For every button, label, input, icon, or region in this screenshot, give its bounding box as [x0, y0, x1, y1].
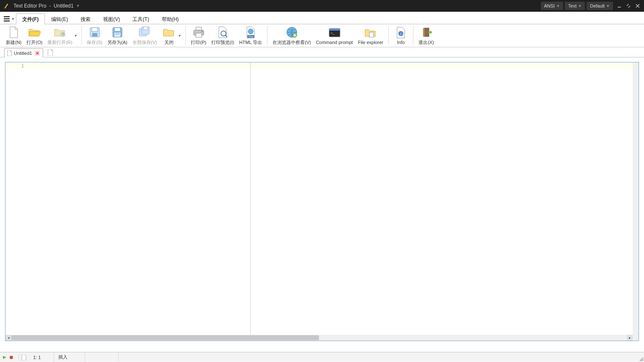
svg-rect-30 — [329, 28, 340, 31]
file-explorer-button[interactable]: File explorer — [356, 24, 386, 47]
exit-button[interactable]: 退出(X) — [416, 24, 436, 47]
open-button[interactable]: 打开(O) — [24, 24, 45, 47]
folder-open-icon — [28, 26, 41, 39]
ribbon-tab-file[interactable]: 文件(F) — [16, 13, 45, 24]
line-number-1: 1 — [21, 63, 24, 69]
app-name: Text Editor Pro — [13, 3, 47, 9]
encoding-selector[interactable]: ANSI▼ — [541, 2, 564, 10]
print-button[interactable]: 打印(P) — [188, 24, 209, 47]
print-label: 打印(P) — [191, 39, 206, 46]
print-preview-icon — [216, 26, 229, 39]
ribbon-tab-view[interactable]: 视图(V) — [97, 13, 126, 24]
toolbar-separator — [413, 26, 413, 45]
folder-reopen-icon — [54, 26, 66, 39]
save-button[interactable]: 保存(S) — [84, 24, 105, 47]
save-as-icon — [111, 26, 124, 39]
document-tabstrip: Untitled1 — [0, 47, 644, 57]
editor-container: 1 ◂ ▸ — [5, 62, 639, 341]
theme-selector[interactable]: Default▼ — [587, 2, 613, 10]
info-button[interactable]: i Info — [391, 24, 410, 47]
ribbon-tab-edit[interactable]: 编辑(E) — [45, 13, 74, 24]
html-export-label: HTML 导出 — [239, 39, 262, 46]
folder-close-icon — [163, 26, 175, 39]
filetype-label: Text — [568, 3, 576, 8]
statusbar: 1: 1 插入 — [0, 352, 644, 362]
file-explorer-label: File explorer — [358, 40, 384, 45]
statusbar-separator — [18, 354, 19, 361]
svg-rect-8 — [92, 28, 98, 31]
close-doc-label: 关闭 — [164, 39, 174, 46]
new-label: 新建(N) — [6, 39, 21, 46]
svg-text:HTML: HTML — [248, 35, 254, 38]
toolbar: 新建(N) 打开(O) 重新打开(R) ▼ 保存(S) 另存为(A) 全部保存(… — [0, 24, 644, 47]
file-new-icon — [8, 26, 20, 39]
svg-point-21 — [201, 31, 203, 32]
command-prompt-button[interactable]: >_ Command prompt — [314, 24, 356, 47]
saveall-button[interactable]: 全部保存(V) — [130, 24, 160, 47]
svg-rect-11 — [114, 28, 120, 31]
ribbon-tab-help[interactable]: 帮助(H) — [156, 13, 185, 24]
html-export-button[interactable]: HTML HTML 导出 — [236, 24, 265, 47]
close-doc-button[interactable]: 关闭 — [159, 24, 179, 47]
scroll-left-arrow[interactable]: ◂ — [5, 335, 11, 341]
text-editor[interactable] — [26, 62, 633, 335]
file-explorer-icon — [364, 26, 377, 39]
svg-rect-32 — [369, 32, 374, 37]
command-prompt-label: Command prompt — [316, 40, 353, 45]
scroll-track[interactable] — [11, 335, 627, 341]
saveas-button[interactable]: 另存为(A) — [105, 24, 130, 47]
svg-rect-18 — [196, 27, 202, 30]
info-icon: i — [395, 26, 407, 39]
hamburger-menu[interactable]: ▼ — [3, 14, 15, 24]
insert-mode[interactable]: 插入 — [54, 352, 85, 362]
doc-name: Untitled1 — [54, 3, 73, 9]
save-label: 保存(S) — [87, 39, 102, 46]
minimize-button[interactable] — [615, 0, 624, 12]
toolbar-separator — [81, 26, 82, 45]
view-in-browser-button[interactable]: 在浏览器中察看(V) — [270, 24, 314, 47]
ribbon-tab-tools[interactable]: 工具(T) — [126, 13, 155, 24]
exit-label: 退出(X) — [418, 39, 434, 46]
close-button[interactable] — [633, 0, 642, 12]
resize-grip[interactable] — [638, 356, 643, 361]
macro-play-icon[interactable] — [3, 355, 7, 359]
terminal-icon: >_ — [328, 26, 341, 39]
line-number-gutter: 1 — [5, 62, 26, 335]
reopen-button[interactable]: 重新打开(R) — [45, 24, 75, 47]
window-title: Text Editor Pro - Untitled1 — [13, 3, 73, 9]
save-all-icon — [138, 26, 151, 39]
toolbar-separator — [267, 26, 267, 45]
print-preview-button[interactable]: 打印预览(I) — [209, 24, 236, 47]
statusbar-spacer — [85, 352, 119, 362]
scroll-right-arrow[interactable]: ▸ — [627, 335, 633, 341]
scroll-thumb[interactable] — [11, 335, 319, 340]
scroll-corner — [633, 335, 639, 341]
ribbon-tab-search[interactable]: 搜索 — [74, 13, 97, 24]
horizontal-scrollbar[interactable]: ◂ ▸ — [5, 335, 633, 341]
printer-icon — [192, 26, 205, 39]
title-dropdown-icon[interactable]: ▼ — [76, 4, 80, 8]
macro-record-icon[interactable] — [9, 355, 13, 359]
document-tab-close[interactable] — [34, 50, 40, 56]
view-in-browser-label: 在浏览器中察看(V) — [273, 39, 311, 46]
chevron-down-icon: ▼ — [11, 17, 15, 21]
encoding-label: ANSI — [544, 3, 555, 8]
document-icon — [7, 50, 12, 56]
close-dropdown[interactable]: ▼ — [178, 34, 181, 38]
titlebar: Text Editor Pro - Untitled1 ▼ ANSI▼ Text… — [0, 0, 644, 12]
saveall-label: 全部保存(V) — [132, 39, 157, 46]
filetype-selector[interactable]: Text▼ — [565, 2, 585, 10]
toolbar-separator — [185, 26, 186, 45]
new-document-tab[interactable] — [47, 49, 54, 56]
title-separator: - — [49, 3, 51, 9]
exit-icon — [420, 26, 433, 39]
reopen-dropdown[interactable]: ▼ — [74, 34, 77, 38]
document-status-icon[interactable] — [21, 354, 26, 360]
vertical-scrollbar[interactable] — [633, 62, 639, 335]
document-tab[interactable]: Untitled1 — [4, 48, 43, 57]
svg-rect-36 — [423, 28, 425, 36]
maximize-button[interactable] — [624, 0, 633, 12]
svg-point-24 — [248, 29, 253, 34]
theme-label: Default — [590, 3, 605, 8]
new-button[interactable]: 新建(N) — [3, 24, 24, 47]
